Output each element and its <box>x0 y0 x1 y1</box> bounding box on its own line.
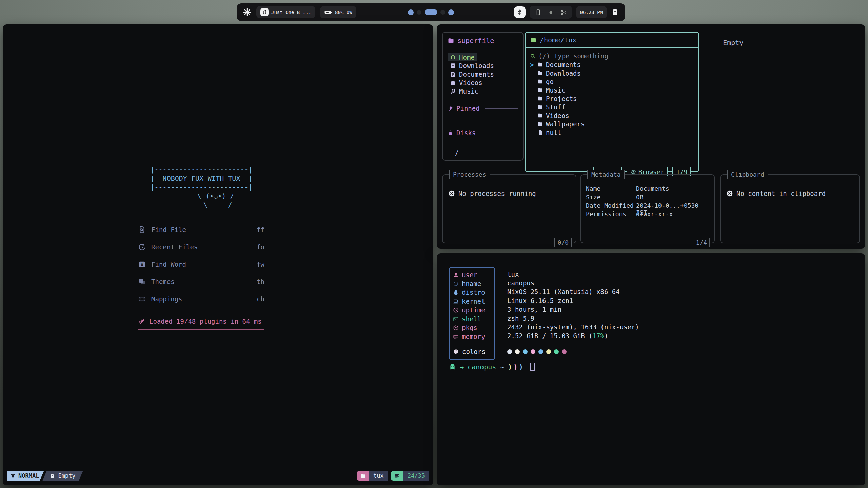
battery-widget[interactable]: 80% 0W <box>320 6 356 18</box>
file-panel-header: /home/tux <box>526 33 698 48</box>
file-type-icon <box>537 62 543 67</box>
prompt-hostname: canopus <box>468 363 496 371</box>
file-name: Videos <box>546 112 569 119</box>
sidebar-item-icon <box>450 80 456 86</box>
file-row[interactable]: go <box>530 77 694 86</box>
empty-panel-label: --- Empty --- <box>707 39 760 47</box>
nvim-statusline: NORMAL Empty tux 24/35 <box>7 471 429 481</box>
shell-prompt[interactable]: → canopus ~ ))) <box>449 363 535 371</box>
workspace-dot[interactable] <box>417 10 421 15</box>
workspace-indicators <box>408 9 454 15</box>
value-text: canopus <box>507 279 534 287</box>
metadata-count: 1/4 <box>693 238 710 247</box>
pinned-label: Pinned <box>456 105 480 112</box>
bluetooth-icon <box>517 9 523 15</box>
fastfetch-key-icon <box>453 299 459 304</box>
file-row[interactable]: Wallpapers <box>530 120 694 128</box>
sidebar-item-icon <box>450 54 456 60</box>
scissors-icon[interactable] <box>560 9 567 16</box>
clock-label: 06:23 PM <box>580 9 603 15</box>
sidebar-item: Documents <box>448 70 518 78</box>
dashboard-menu-item[interactable]: Recent Files fo <box>138 242 264 252</box>
metadata-value: 0B <box>636 194 644 202</box>
value-text: tux <box>507 270 519 278</box>
fastfetch-key-label: distro <box>462 289 485 296</box>
fastfetch-key-icon <box>453 290 459 296</box>
dashboard-menu-item[interactable]: Find Word fw <box>138 259 264 269</box>
metadata-title: Metadata <box>587 170 625 179</box>
metadata-key: Date Modified <box>586 202 636 210</box>
fastfetch-key-label: uptime <box>462 306 485 314</box>
fastfetch-key-row: pkgs <box>450 323 494 332</box>
sidebar-item-label: Home <box>459 54 475 61</box>
menu-item-icon <box>138 261 146 268</box>
rocket-icon <box>138 318 145 325</box>
clock-widget[interactable]: 06:23 PM <box>576 6 607 18</box>
position-chip <box>391 471 403 481</box>
fastfetch-key-row: user <box>450 270 494 279</box>
music-widget[interactable]: Just One B ... <box>256 6 315 18</box>
ghost-icon <box>449 363 456 370</box>
workspace-dot[interactable] <box>448 9 454 15</box>
x-circle-icon <box>726 190 733 197</box>
dashboard-menu-item[interactable]: Mappings ch <box>138 294 264 304</box>
phone-icon[interactable] <box>535 9 541 16</box>
sidebar-item-link[interactable]: Home <box>448 53 477 61</box>
divider <box>138 329 264 330</box>
flame-icon[interactable] <box>548 9 554 16</box>
file-type-icon <box>537 121 543 127</box>
color-dot <box>538 349 543 354</box>
sidebar-item-link[interactable]: Videos <box>448 78 485 87</box>
sidebar-item-link[interactable]: Downloads <box>448 61 496 70</box>
file-row[interactable]: Projects <box>530 94 694 103</box>
ghost-icon[interactable] <box>611 8 619 16</box>
file-row[interactable]: null <box>530 128 694 137</box>
superfile-window: superfile Home Downloads <box>437 24 865 249</box>
sidebar-item-icon <box>450 71 456 77</box>
metadata-row: Name Documents <box>586 185 710 194</box>
vim-icon <box>10 473 16 479</box>
file-row[interactable]: Downloads <box>530 69 694 77</box>
bluetooth-button[interactable] <box>514 6 526 18</box>
file-type-icon <box>537 113 543 118</box>
terminal-cursor[interactable] <box>530 363 535 371</box>
fastfetch-key-icon <box>453 316 459 322</box>
fastfetch-key-icon <box>453 325 459 331</box>
fastfetch-value: tux <box>507 270 639 279</box>
file-name: Music <box>546 86 565 94</box>
file-row[interactable]: Videos <box>530 111 694 120</box>
metadata-row: Date Modified 2024-10-0...+0530 IST <box>586 202 710 210</box>
file-name: Wallpapers <box>546 120 585 128</box>
dashboard-menu-item[interactable]: Themes th <box>138 277 264 287</box>
nixos-logo-icon[interactable] <box>243 8 252 17</box>
metadata-value: drwxr-xr-x <box>636 210 673 219</box>
workspace-dot[interactable] <box>440 10 445 15</box>
fastfetch-keys-box: user hname distro kernel <box>449 267 495 360</box>
fastfetch-key-icon <box>453 281 459 287</box>
disk-item-root[interactable]: / <box>448 149 518 156</box>
file-row[interactable]: > Documents <box>530 60 694 69</box>
processes-title: Processes <box>449 170 490 179</box>
battery-label: 80% 0W <box>335 9 352 15</box>
plugins-status: Loaded 19/48 plugins in 64 ms <box>138 313 264 330</box>
sidebar-item: Home <box>448 53 518 61</box>
workspace-dot[interactable] <box>425 9 437 15</box>
file-list: > Documents Downloads go <box>530 60 694 137</box>
clipboard-empty-text: No content in clipboard <box>736 190 826 197</box>
color-dot <box>515 349 520 354</box>
file-name: Downloads <box>546 69 581 77</box>
fastfetch-key-label: pkgs <box>462 324 477 331</box>
dashboard-menu-item[interactable]: Find File ff <box>138 225 264 235</box>
menu-item-shortcut: ff <box>257 226 264 233</box>
search-input[interactable]: (/) Type something <box>530 52 694 60</box>
file-row[interactable]: Stuff <box>530 103 694 111</box>
file-icon <box>50 473 55 479</box>
divider <box>691 171 696 172</box>
sidebar-item-link[interactable]: Documents <box>448 70 496 78</box>
sidebar-item-link[interactable]: Music <box>448 87 481 95</box>
file-row[interactable]: Music <box>530 86 694 94</box>
menu-item-shortcut: fo <box>257 243 264 251</box>
top-bar-right: 06:23 PM <box>514 6 619 19</box>
workspace-dot[interactable] <box>408 9 414 15</box>
dashboard-menu: Find File ff Recent Files fo Find Word f… <box>138 225 264 304</box>
